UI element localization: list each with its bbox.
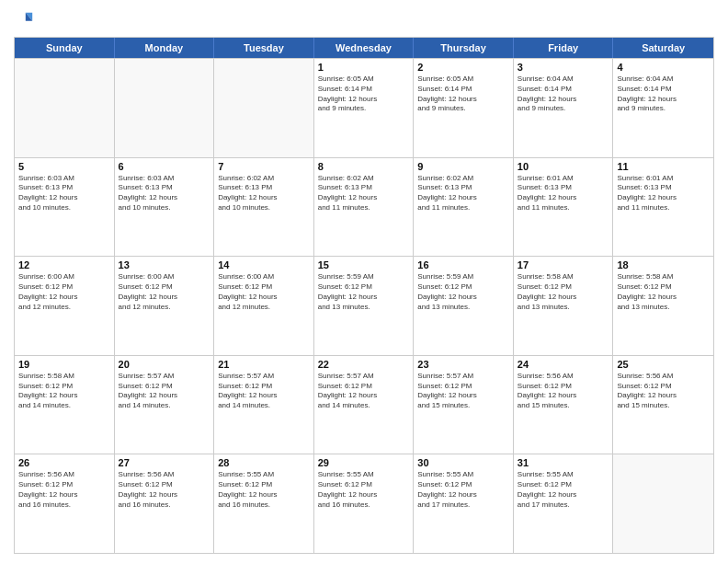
day-cell-29: 29Sunrise: 5:55 AM Sunset: 6:12 PM Dayli… <box>314 454 415 553</box>
day-cell-2: 2Sunrise: 6:05 AM Sunset: 6:14 PM Daylig… <box>414 59 514 157</box>
day-info: Sunrise: 5:57 AM Sunset: 6:12 PM Dayligh… <box>318 372 410 411</box>
day-cell-17: 17Sunrise: 5:58 AM Sunset: 6:12 PM Dayli… <box>514 257 614 355</box>
day-info: Sunrise: 5:59 AM Sunset: 6:12 PM Dayligh… <box>318 272 410 312</box>
empty-cell-4-6 <box>613 454 713 553</box>
day-cell-28: 28Sunrise: 5:55 AM Sunset: 6:12 PM Dayli… <box>214 454 314 553</box>
day-info: Sunrise: 5:58 AM Sunset: 6:12 PM Dayligh… <box>617 272 710 312</box>
day-cell-1: 1Sunrise: 6:05 AM Sunset: 6:14 PM Daylig… <box>314 59 415 157</box>
header <box>14 9 714 29</box>
day-info: Sunrise: 6:04 AM Sunset: 6:14 PM Dayligh… <box>617 75 710 114</box>
day-number: 31 <box>518 457 609 468</box>
day-number: 18 <box>617 259 710 270</box>
weekday-header-wednesday: Wednesday <box>314 38 415 58</box>
day-info: Sunrise: 6:01 AM Sunset: 6:13 PM Dayligh… <box>518 174 609 213</box>
empty-cell-0-0 <box>15 59 115 157</box>
weekday-header-tuesday: Tuesday <box>214 38 314 58</box>
calendar-body: 1Sunrise: 6:05 AM Sunset: 6:14 PM Daylig… <box>15 58 713 553</box>
day-number: 11 <box>617 161 710 172</box>
logo-icon <box>14 9 34 29</box>
day-number: 9 <box>417 161 509 172</box>
day-number: 3 <box>518 62 609 73</box>
calendar-row-3: 19Sunrise: 5:58 AM Sunset: 6:12 PM Dayli… <box>15 355 713 454</box>
day-number: 27 <box>119 457 210 468</box>
day-info: Sunrise: 5:57 AM Sunset: 6:12 PM Dayligh… <box>417 372 509 411</box>
day-info: Sunrise: 6:02 AM Sunset: 6:13 PM Dayligh… <box>218 174 310 213</box>
day-number: 12 <box>18 259 110 270</box>
weekday-header-monday: Monday <box>115 38 215 58</box>
day-info: Sunrise: 5:55 AM Sunset: 6:12 PM Dayligh… <box>417 470 509 510</box>
day-info: Sunrise: 5:55 AM Sunset: 6:12 PM Dayligh… <box>318 470 410 510</box>
day-info: Sunrise: 6:05 AM Sunset: 6:14 PM Dayligh… <box>318 75 410 114</box>
empty-cell-0-1 <box>115 59 215 157</box>
day-number: 5 <box>18 161 110 172</box>
day-number: 10 <box>518 161 609 172</box>
empty-cell-0-2 <box>214 59 314 157</box>
day-cell-24: 24Sunrise: 5:56 AM Sunset: 6:12 PM Dayli… <box>514 356 614 454</box>
calendar-row-2: 12Sunrise: 6:00 AM Sunset: 6:12 PM Dayli… <box>15 256 713 355</box>
day-cell-10: 10Sunrise: 6:01 AM Sunset: 6:13 PM Dayli… <box>514 158 614 257</box>
day-number: 19 <box>18 359 110 370</box>
day-cell-6: 6Sunrise: 6:03 AM Sunset: 6:13 PM Daylig… <box>115 158 215 257</box>
day-info: Sunrise: 5:56 AM Sunset: 6:12 PM Dayligh… <box>119 470 210 510</box>
day-info: Sunrise: 5:59 AM Sunset: 6:12 PM Dayligh… <box>417 272 509 312</box>
day-number: 23 <box>417 359 509 370</box>
day-number: 13 <box>119 259 210 270</box>
day-cell-12: 12Sunrise: 6:00 AM Sunset: 6:12 PM Dayli… <box>15 257 115 355</box>
day-cell-26: 26Sunrise: 5:56 AM Sunset: 6:12 PM Dayli… <box>15 454 115 553</box>
day-number: 28 <box>218 457 310 468</box>
day-info: Sunrise: 6:00 AM Sunset: 6:12 PM Dayligh… <box>119 272 210 312</box>
day-number: 29 <box>318 457 410 468</box>
day-cell-19: 19Sunrise: 5:58 AM Sunset: 6:12 PM Dayli… <box>15 356 115 454</box>
day-info: Sunrise: 5:56 AM Sunset: 6:12 PM Dayligh… <box>617 372 710 411</box>
day-info: Sunrise: 6:01 AM Sunset: 6:13 PM Dayligh… <box>617 174 710 213</box>
weekday-header-sunday: Sunday <box>15 38 115 58</box>
logo <box>14 9 38 29</box>
day-number: 22 <box>318 359 410 370</box>
day-cell-11: 11Sunrise: 6:01 AM Sunset: 6:13 PM Dayli… <box>613 158 713 257</box>
day-info: Sunrise: 5:55 AM Sunset: 6:12 PM Dayligh… <box>218 470 310 510</box>
day-number: 8 <box>318 161 410 172</box>
day-cell-15: 15Sunrise: 5:59 AM Sunset: 6:12 PM Dayli… <box>314 257 415 355</box>
calendar: SundayMondayTuesdayWednesdayThursdayFrid… <box>14 37 714 554</box>
weekday-header-friday: Friday <box>514 38 614 58</box>
day-cell-7: 7Sunrise: 6:02 AM Sunset: 6:13 PM Daylig… <box>214 158 314 257</box>
day-cell-5: 5Sunrise: 6:03 AM Sunset: 6:13 PM Daylig… <box>15 158 115 257</box>
calendar-row-4: 26Sunrise: 5:56 AM Sunset: 6:12 PM Dayli… <box>15 454 713 553</box>
day-info: Sunrise: 6:00 AM Sunset: 6:12 PM Dayligh… <box>218 272 310 312</box>
calendar-row-0: 1Sunrise: 6:05 AM Sunset: 6:14 PM Daylig… <box>15 58 713 157</box>
day-cell-20: 20Sunrise: 5:57 AM Sunset: 6:12 PM Dayli… <box>115 356 215 454</box>
day-info: Sunrise: 5:55 AM Sunset: 6:12 PM Dayligh… <box>518 470 609 510</box>
day-cell-25: 25Sunrise: 5:56 AM Sunset: 6:12 PM Dayli… <box>613 356 713 454</box>
day-info: Sunrise: 6:03 AM Sunset: 6:13 PM Dayligh… <box>18 174 110 213</box>
day-number: 6 <box>119 161 210 172</box>
day-number: 20 <box>119 359 210 370</box>
day-cell-27: 27Sunrise: 5:56 AM Sunset: 6:12 PM Dayli… <box>115 454 215 553</box>
day-info: Sunrise: 5:57 AM Sunset: 6:12 PM Dayligh… <box>218 372 310 411</box>
day-number: 4 <box>617 62 710 73</box>
day-number: 17 <box>518 259 609 270</box>
calendar-row-1: 5Sunrise: 6:03 AM Sunset: 6:13 PM Daylig… <box>15 157 713 257</box>
page: SundayMondayTuesdayWednesdayThursdayFrid… <box>0 0 728 563</box>
day-cell-4: 4Sunrise: 6:04 AM Sunset: 6:14 PM Daylig… <box>613 59 713 157</box>
day-info: Sunrise: 6:04 AM Sunset: 6:14 PM Dayligh… <box>518 75 609 114</box>
day-cell-3: 3Sunrise: 6:04 AM Sunset: 6:14 PM Daylig… <box>514 59 614 157</box>
day-number: 15 <box>318 259 410 270</box>
day-cell-23: 23Sunrise: 5:57 AM Sunset: 6:12 PM Dayli… <box>414 356 514 454</box>
weekday-header-thursday: Thursday <box>414 38 514 58</box>
day-number: 21 <box>218 359 310 370</box>
day-number: 2 <box>417 62 509 73</box>
day-info: Sunrise: 6:00 AM Sunset: 6:12 PM Dayligh… <box>18 272 110 312</box>
day-info: Sunrise: 6:03 AM Sunset: 6:13 PM Dayligh… <box>119 174 210 213</box>
day-info: Sunrise: 5:56 AM Sunset: 6:12 PM Dayligh… <box>18 470 110 510</box>
calendar-header: SundayMondayTuesdayWednesdayThursdayFrid… <box>15 38 713 58</box>
day-cell-9: 9Sunrise: 6:02 AM Sunset: 6:13 PM Daylig… <box>414 158 514 257</box>
day-cell-8: 8Sunrise: 6:02 AM Sunset: 6:13 PM Daylig… <box>314 158 415 257</box>
day-cell-30: 30Sunrise: 5:55 AM Sunset: 6:12 PM Dayli… <box>414 454 514 553</box>
day-cell-21: 21Sunrise: 5:57 AM Sunset: 6:12 PM Dayli… <box>214 356 314 454</box>
day-cell-22: 22Sunrise: 5:57 AM Sunset: 6:12 PM Dayli… <box>314 356 415 454</box>
day-info: Sunrise: 5:58 AM Sunset: 6:12 PM Dayligh… <box>18 372 110 411</box>
weekday-header-saturday: Saturday <box>613 38 713 58</box>
day-number: 24 <box>518 359 609 370</box>
day-cell-13: 13Sunrise: 6:00 AM Sunset: 6:12 PM Dayli… <box>115 257 215 355</box>
day-cell-16: 16Sunrise: 5:59 AM Sunset: 6:12 PM Dayli… <box>414 257 514 355</box>
